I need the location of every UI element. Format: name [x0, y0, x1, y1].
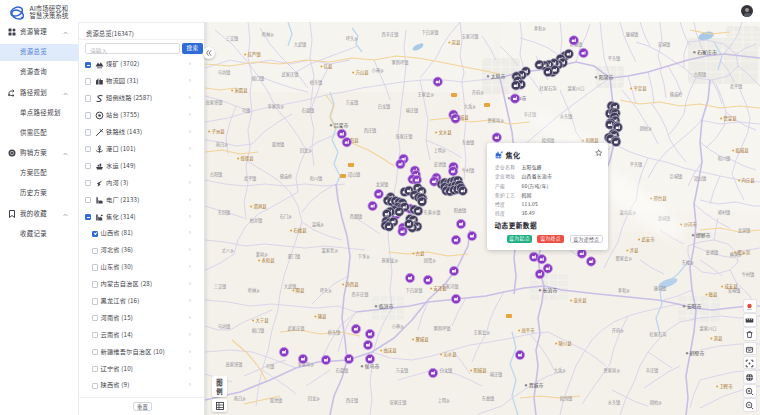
svg-text:临城县: 临城县	[735, 147, 749, 154]
svg-text:梁家焉乡: 梁家焉乡	[322, 247, 339, 254]
svg-text:武家庄镇: 武家庄镇	[288, 325, 305, 332]
svg-text:石门乡: 石门乡	[280, 213, 293, 220]
svg-text:马坊镇: 马坊镇	[218, 323, 231, 330]
svg-text:佳芦镇: 佳芦镇	[247, 51, 261, 58]
svg-text:邯郸市: 邯郸市	[696, 232, 711, 239]
svg-text:乌镇: 乌镇	[266, 363, 274, 370]
svg-text:贾家垣乡: 贾家垣乡	[604, 367, 621, 374]
svg-text:双池镇: 双池镇	[272, 141, 285, 148]
svg-text:张家庄镇: 张家庄镇	[390, 399, 407, 406]
svg-text:孝和乡: 孝和乡	[618, 287, 631, 294]
svg-text:小神乡: 小神乡	[392, 323, 405, 330]
svg-text:临汾市: 临汾市	[379, 303, 394, 310]
svg-text:回龙乡: 回龙乡	[300, 147, 313, 154]
svg-text:蔡家崖乡: 蔡家崖乡	[382, 257, 399, 264]
svg-text:杜家石沟: 杜家石沟	[650, 331, 667, 338]
svg-text:丈八乡: 丈八乡	[222, 247, 235, 254]
svg-text:平定县: 平定县	[633, 85, 647, 92]
svg-text:枣林乡: 枣林乡	[248, 287, 261, 294]
svg-text:三交镇: 三交镇	[214, 283, 227, 290]
svg-text:高平市: 高平市	[521, 327, 535, 334]
svg-text:大禹乡: 大禹乡	[554, 367, 567, 374]
svg-text:团柏乡: 团柏乡	[650, 399, 663, 406]
svg-text:李家沟乡: 李家沟乡	[268, 103, 285, 110]
svg-text:冠山镇: 冠山镇	[348, 171, 361, 178]
svg-text:安泽县: 安泽县	[433, 285, 447, 292]
svg-text:石楼县: 石楼县	[293, 227, 307, 234]
svg-text:子洲县: 子洲县	[211, 128, 225, 135]
svg-text:佛庙岭: 佛庙岭	[670, 91, 683, 98]
svg-text:南白乡: 南白乡	[234, 395, 247, 402]
svg-text:东回镇: 东回镇	[218, 209, 231, 216]
svg-text:佳县: 佳县	[324, 63, 333, 70]
svg-text:寨则坪镇: 寨则坪镇	[392, 59, 409, 66]
svg-text:王家会乡: 王家会乡	[474, 329, 491, 336]
svg-text:桥头镇: 桥头镇	[328, 329, 341, 336]
svg-text:大宁县: 大宁县	[255, 317, 269, 324]
svg-text:贾家垣乡: 贾家垣乡	[488, 117, 505, 124]
svg-text:龙泉镇: 龙泉镇	[376, 181, 389, 188]
svg-text:苌池镇: 苌池镇	[434, 161, 447, 168]
svg-text:坪头乡: 坪头乡	[320, 287, 333, 294]
svg-text:小神乡: 小神乡	[372, 67, 385, 74]
svg-text:开府乡: 开府乡	[612, 327, 625, 334]
svg-text:清涧县: 清涧县	[253, 203, 267, 210]
svg-text:下白泉镇: 下白泉镇	[406, 287, 423, 294]
svg-text:和川镇: 和川镇	[310, 175, 323, 182]
svg-text:大武镇: 大武镇	[294, 41, 307, 48]
svg-text:和川镇: 和川镇	[718, 155, 731, 162]
svg-text:峪口镇: 峪口镇	[252, 75, 265, 82]
svg-text:涉县: 涉县	[630, 247, 639, 254]
svg-text:佛庙岭: 佛庙岭	[280, 173, 293, 180]
svg-text:巨城镇: 巨城镇	[670, 173, 683, 180]
svg-text:万安镇: 万安镇	[346, 99, 359, 106]
svg-text:内丘县: 内丘县	[741, 177, 755, 184]
svg-text:西庄镇: 西庄镇	[346, 397, 359, 404]
svg-text:孝和乡: 孝和乡	[534, 25, 547, 32]
svg-text:东楼乡: 东楼乡	[682, 259, 695, 266]
svg-text:岚县: 岚县	[452, 39, 461, 46]
svg-text:枣林乡: 枣林乡	[262, 31, 275, 38]
svg-text:隰县: 隰县	[296, 287, 305, 294]
svg-text:襄垣乡: 襄垣乡	[256, 251, 269, 258]
svg-text:方山县: 方山县	[355, 69, 369, 76]
svg-text:贺家会乡: 贺家会乡	[616, 255, 633, 262]
svg-text:康城镇: 康城镇	[626, 31, 639, 38]
svg-text:高家塔镇: 高家塔镇	[226, 361, 243, 368]
svg-text:牛村镇: 牛村镇	[742, 271, 755, 278]
svg-text:玉家河镇: 玉家河镇	[462, 33, 479, 40]
svg-text:裴家川口: 裴家川口	[568, 85, 585, 92]
svg-text:峪口镇: 峪口镇	[252, 327, 265, 334]
svg-text:水头镇: 水头镇	[560, 113, 573, 120]
svg-text:蒲县: 蒲县	[318, 313, 327, 320]
svg-text:团柏乡: 团柏乡	[640, 125, 653, 132]
svg-text:东曲镇: 东曲镇	[462, 139, 475, 146]
svg-text:苌池镇: 苌池镇	[706, 249, 719, 256]
svg-text:郭村镇: 郭村镇	[718, 209, 731, 216]
svg-text:阳泉市: 阳泉市	[599, 74, 614, 81]
svg-text:侯马市: 侯马市	[365, 363, 380, 370]
svg-text:卫辉市: 卫辉市	[719, 383, 733, 390]
svg-text:裴家川口: 裴家川口	[700, 325, 717, 332]
svg-text:文水县: 文水县	[438, 129, 452, 136]
svg-text:大禹乡: 大禹乡	[464, 103, 477, 110]
svg-text:武家庄镇: 武家庄镇	[282, 71, 299, 78]
svg-text:平头镇: 平头镇	[608, 55, 621, 62]
svg-text:太原市: 太原市	[491, 73, 506, 80]
svg-text:磁县: 磁县	[709, 291, 718, 298]
svg-text:马坊镇: 马坊镇	[218, 69, 231, 76]
svg-text:赞皇县: 赞皇县	[723, 115, 737, 122]
svg-text:回龙乡: 回龙乡	[308, 395, 321, 402]
svg-text:北平镇: 北平镇	[730, 83, 743, 90]
svg-text:西辛庄镇: 西辛庄镇	[352, 291, 369, 298]
svg-text:上明乡: 上明乡	[434, 147, 447, 154]
svg-text:古阳镇: 古阳镇	[210, 171, 223, 178]
svg-text:吴城镇: 吴城镇	[658, 41, 671, 48]
svg-text:西辛庄镇: 西辛庄镇	[382, 31, 399, 38]
svg-text:白文镇: 白文镇	[440, 367, 453, 374]
svg-text:长治市: 长治市	[543, 287, 558, 294]
svg-text:上明乡: 上明乡	[438, 397, 451, 404]
svg-text:汾西县: 汾西县	[345, 281, 359, 288]
svg-text:永和县: 永和县	[261, 257, 275, 264]
svg-text:O: O	[10, 150, 14, 156]
